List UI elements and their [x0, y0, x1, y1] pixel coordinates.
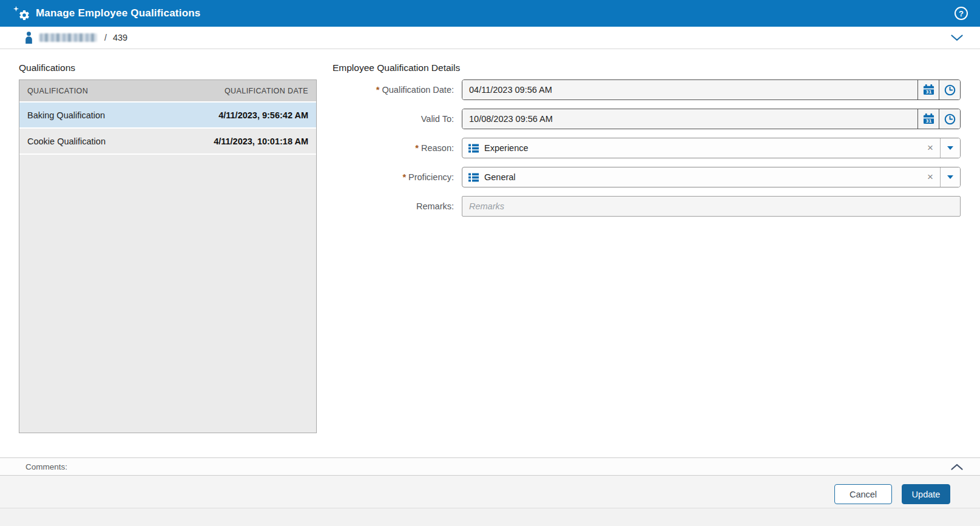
time-picker-button[interactable] — [939, 80, 960, 99]
proficiency-value: General — [484, 172, 921, 182]
clear-icon[interactable]: × — [921, 142, 940, 154]
table-row[interactable]: Baking Qualification 4/11/2023, 9:56:42 … — [19, 103, 316, 129]
list-icon — [468, 173, 479, 182]
reason-value: Experience — [484, 143, 921, 153]
qualification-date-field: 31 — [462, 79, 961, 100]
page-title: Manage Employee Qualifications — [36, 7, 200, 19]
details-panel: Employee Qualification Details *Qualific… — [333, 62, 980, 457]
reason-dropdown-button[interactable] — [940, 138, 960, 158]
clock-icon — [944, 113, 956, 125]
list-icon — [468, 144, 479, 153]
calendar-picker-button[interactable]: 31 — [917, 80, 939, 99]
qualification-date: 4/11/2023, 10:01:18 AM — [168, 137, 309, 146]
reason-combobox[interactable]: Experience × — [462, 138, 961, 158]
required-marker: * — [402, 172, 406, 182]
manage-gear-icon — [13, 5, 30, 21]
chevron-up-icon — [951, 464, 963, 470]
qualifications-table: QUALIFICATION QUALIFICATION DATE Baking … — [19, 79, 317, 433]
proficiency-dropdown-button[interactable] — [940, 167, 960, 187]
expand-comments-button[interactable] — [948, 461, 965, 473]
time-picker-button[interactable] — [939, 109, 960, 129]
details-title: Employee Qualification Details — [333, 62, 961, 73]
calendar-icon: 31 — [923, 84, 934, 95]
qualification-name: Cookie Qualification — [27, 137, 168, 146]
person-icon — [24, 32, 33, 44]
qualifications-table-header: QUALIFICATION QUALIFICATION DATE — [19, 80, 316, 103]
breadcrumb-separator: / — [104, 33, 107, 42]
calendar-picker-button[interactable]: 31 — [917, 109, 939, 129]
help-glyph: ? — [959, 9, 964, 18]
svg-text:31: 31 — [925, 89, 931, 95]
qualifications-title: Qualifications — [19, 62, 317, 73]
valid-to-input[interactable] — [462, 109, 917, 129]
qualification-date: 4/11/2023, 9:56:42 AM — [168, 110, 309, 120]
cancel-button[interactable]: Cancel — [834, 484, 892, 504]
valid-to-label: Valid To: — [333, 114, 454, 124]
collapse-header-button[interactable] — [948, 32, 965, 44]
caret-down-icon — [947, 175, 953, 179]
bottom-strip — [0, 508, 980, 526]
reason-row: *Reason: Experience × — [333, 138, 961, 158]
column-header-qualification-date[interactable]: QUALIFICATION DATE — [168, 87, 309, 95]
employee-id: 439 — [113, 33, 127, 42]
qualification-date-label: *Qualification Date: — [333, 85, 454, 95]
calendar-icon: 31 — [923, 113, 934, 124]
update-button[interactable]: Update — [902, 484, 950, 504]
qualification-name: Baking Qualification — [27, 110, 168, 120]
clock-icon — [944, 84, 956, 96]
breadcrumb: / 439 — [0, 27, 980, 49]
valid-to-field: 31 — [462, 109, 961, 129]
help-icon[interactable]: ? — [955, 7, 968, 20]
proficiency-label: *Proficiency: — [333, 172, 454, 182]
required-marker: * — [415, 143, 419, 153]
caret-down-icon — [947, 146, 953, 150]
chevron-down-icon — [951, 35, 963, 41]
column-header-qualification[interactable]: QUALIFICATION — [27, 87, 168, 95]
footer-actions: Cancel Update — [0, 476, 980, 508]
titlebar: Manage Employee Qualifications ? — [0, 0, 980, 27]
manage-employee-qualifications-window: Manage Employee Qualifications ? / 439 Q… — [0, 0, 980, 526]
comments-bar: Comments: — [0, 457, 980, 476]
table-row[interactable]: Cookie Qualification 4/11/2023, 10:01:18… — [19, 129, 316, 155]
employee-name-redacted — [39, 33, 97, 42]
required-marker: * — [376, 85, 380, 95]
remarks-label: Remarks: — [333, 201, 454, 211]
proficiency-row: *Proficiency: General × — [333, 167, 961, 187]
qualification-date-input[interactable] — [462, 80, 917, 99]
table-empty-area — [19, 155, 316, 433]
valid-to-row: Valid To: 31 — [333, 109, 961, 129]
proficiency-combobox[interactable]: General × — [462, 167, 961, 187]
main-content: Qualifications QUALIFICATION QUALIFICATI… — [0, 49, 980, 457]
clear-icon[interactable]: × — [921, 171, 940, 183]
comments-label: Comments: — [25, 462, 67, 471]
svg-text:31: 31 — [925, 118, 931, 124]
qualification-date-row: *Qualification Date: 31 — [333, 79, 961, 100]
reason-label: *Reason: — [333, 143, 454, 153]
qualifications-panel: Qualifications QUALIFICATION QUALIFICATI… — [19, 62, 317, 457]
remarks-row: Remarks: — [333, 196, 961, 217]
remarks-input[interactable] — [462, 196, 961, 217]
